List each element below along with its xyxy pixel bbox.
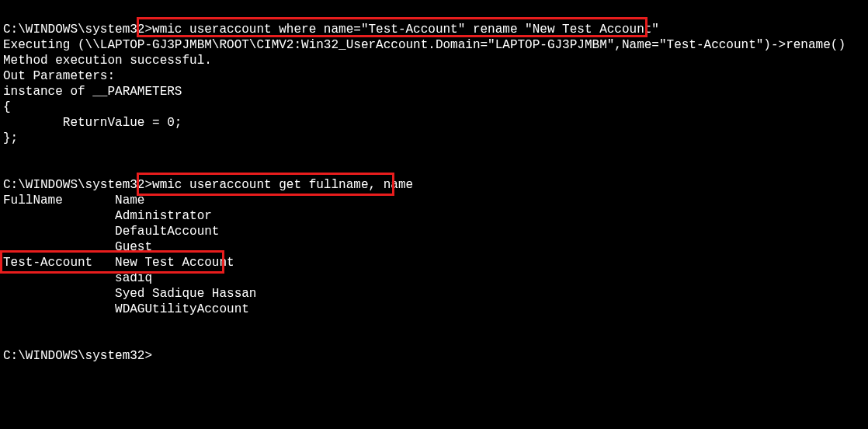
output-line: {: [3, 99, 868, 115]
prompt-path: C:\WINDOWS\system32>: [3, 23, 152, 37]
output-line: instance of __PARAMETERS: [3, 84, 868, 99]
prompt-path: C:\WINDOWS\system32>: [3, 178, 152, 192]
command-line-1[interactable]: C:\WINDOWS\system32>wmic useraccount whe…: [3, 22, 868, 37]
command-text: wmic useraccount where name="Test-Accoun…: [152, 23, 659, 37]
command-text: wmic useraccount get fullname, name: [152, 178, 413, 192]
table-row: Guest: [3, 239, 868, 255]
table-row: WDAGUtilityAccount: [3, 302, 868, 317]
output-line: };: [3, 131, 868, 146]
output-line: ReturnValue = 0;: [3, 115, 868, 131]
table-row: Syed Sadique Hassan: [3, 286, 868, 302]
table-row: Administrator: [3, 208, 868, 224]
output-line: Executing (\\LAPTOP-GJ3PJMBM\ROOT\CIMV2:…: [3, 37, 868, 53]
output-line: Out Parameters:: [3, 68, 868, 84]
table-row: sadiq: [3, 270, 868, 286]
blank-line: [3, 146, 868, 162]
blank-line: [3, 162, 868, 177]
output-line: Method execution successful.: [3, 53, 868, 68]
blank-line: [3, 317, 868, 333]
blank-line: [3, 333, 868, 348]
table-header: FullName Name: [3, 193, 868, 208]
command-line-3[interactable]: C:\WINDOWS\system32>: [3, 348, 868, 364]
prompt-path: C:\WINDOWS\system32>: [3, 349, 152, 363]
table-row: DefaultAccount: [3, 224, 868, 239]
table-row: Test-Account New Test Account: [3, 255, 868, 270]
command-line-2[interactable]: C:\WINDOWS\system32>wmic useraccount get…: [3, 177, 868, 193]
